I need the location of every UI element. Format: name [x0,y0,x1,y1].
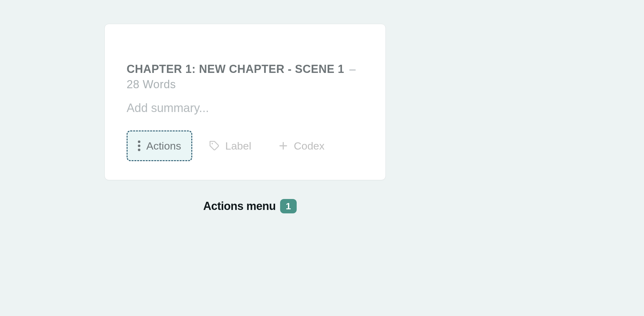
codex-button-label: Codex [294,140,325,151]
scene-title-line: CHAPTER 1: NEW CHAPTER - SCENE 1 – 28 Wo… [127,62,364,92]
caption: Actions menu 1 [203,199,297,213]
actions-button-label: Actions [146,140,181,151]
scene-card: CHAPTER 1: NEW CHAPTER - SCENE 1 – 28 Wo… [104,24,386,180]
step-badge: 1 [280,199,297,213]
codex-button[interactable]: Codex [268,130,335,161]
plus-icon [278,141,288,151]
more-vert-icon [138,140,141,151]
card-actions-row: Actions Label Codex [127,130,364,161]
svg-point-0 [138,140,140,143]
svg-point-3 [211,143,213,144]
svg-point-1 [138,145,140,147]
summary-input[interactable] [127,101,364,115]
label-button[interactable]: Label [199,130,261,161]
caption-text: Actions menu [203,200,276,213]
svg-point-2 [138,149,140,151]
scene-title: CHAPTER 1: NEW CHAPTER - SCENE 1 [127,63,344,75]
label-button-label: Label [225,140,251,151]
title-separator: – [350,63,356,75]
word-count: 28 Words [127,78,176,91]
actions-button[interactable]: Actions [127,130,192,161]
tag-icon [209,140,220,151]
